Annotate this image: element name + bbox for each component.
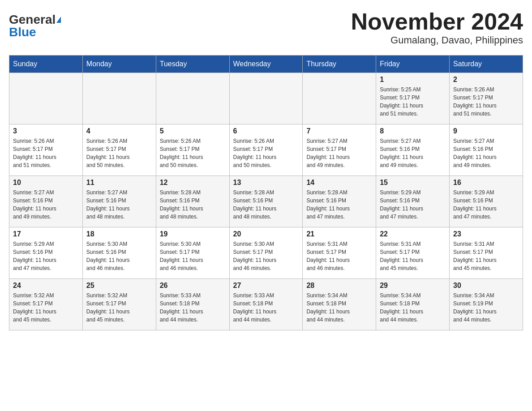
day-number: 1 xyxy=(380,76,446,84)
day-number: 28 xyxy=(306,282,372,290)
calendar-cell xyxy=(9,73,83,124)
day-number: 13 xyxy=(233,179,299,187)
calendar-cell: 5Sunrise: 5:26 AM Sunset: 5:17 PM Daylig… xyxy=(156,124,229,176)
day-number: 5 xyxy=(160,127,226,135)
logo-blue-text: Blue xyxy=(9,26,36,39)
header-monday: Monday xyxy=(82,56,156,73)
calendar-cell: 7Sunrise: 5:27 AM Sunset: 5:17 PM Daylig… xyxy=(303,124,376,176)
day-number: 21 xyxy=(306,230,372,238)
day-number: 26 xyxy=(160,282,226,290)
calendar-cell xyxy=(82,73,156,124)
day-info: Sunrise: 5:34 AM Sunset: 5:18 PM Dayligh… xyxy=(306,291,372,324)
header-thursday: Thursday xyxy=(303,56,376,73)
day-info: Sunrise: 5:31 AM Sunset: 5:17 PM Dayligh… xyxy=(380,240,446,272)
calendar-cell: 4Sunrise: 5:26 AM Sunset: 5:17 PM Daylig… xyxy=(82,124,156,176)
day-number: 17 xyxy=(13,230,79,238)
calendar-header-row: SundayMondayTuesdayWednesdayThursdayFrid… xyxy=(9,56,523,73)
day-number: 18 xyxy=(86,230,152,238)
day-info: Sunrise: 5:31 AM Sunset: 5:17 PM Dayligh… xyxy=(453,240,519,272)
header-wednesday: Wednesday xyxy=(229,56,303,73)
day-info: Sunrise: 5:28 AM Sunset: 5:16 PM Dayligh… xyxy=(160,188,226,221)
day-number: 4 xyxy=(86,127,152,135)
day-number: 2 xyxy=(453,76,519,84)
calendar-cell: 20Sunrise: 5:30 AM Sunset: 5:17 PM Dayli… xyxy=(229,227,303,279)
header-saturday: Saturday xyxy=(450,56,523,73)
calendar-cell: 17Sunrise: 5:29 AM Sunset: 5:16 PM Dayli… xyxy=(9,227,83,279)
week-row-3: 10Sunrise: 5:27 AM Sunset: 5:16 PM Dayli… xyxy=(9,176,523,227)
calendar-cell: 26Sunrise: 5:33 AM Sunset: 5:18 PM Dayli… xyxy=(156,279,229,330)
day-info: Sunrise: 5:27 AM Sunset: 5:16 PM Dayligh… xyxy=(13,188,79,221)
day-info: Sunrise: 5:29 AM Sunset: 5:16 PM Dayligh… xyxy=(13,240,79,272)
page-header: General Blue November 2024 Gumalang, Dav… xyxy=(9,9,523,46)
calendar-cell: 25Sunrise: 5:32 AM Sunset: 5:17 PM Dayli… xyxy=(82,279,156,330)
day-info: Sunrise: 5:26 AM Sunset: 5:17 PM Dayligh… xyxy=(86,137,152,169)
day-number: 12 xyxy=(160,179,226,187)
calendar-cell: 23Sunrise: 5:31 AM Sunset: 5:17 PM Dayli… xyxy=(450,227,523,279)
logo-triangle-icon xyxy=(56,17,61,23)
day-info: Sunrise: 5:30 AM Sunset: 5:16 PM Dayligh… xyxy=(86,240,152,272)
calendar-cell: 13Sunrise: 5:28 AM Sunset: 5:16 PM Dayli… xyxy=(229,176,303,227)
calendar-cell: 9Sunrise: 5:27 AM Sunset: 5:16 PM Daylig… xyxy=(450,124,523,176)
day-info: Sunrise: 5:26 AM Sunset: 5:17 PM Dayligh… xyxy=(233,137,299,169)
calendar-cell: 14Sunrise: 5:28 AM Sunset: 5:16 PM Dayli… xyxy=(303,176,376,227)
calendar-cell: 21Sunrise: 5:31 AM Sunset: 5:17 PM Dayli… xyxy=(303,227,376,279)
logo-general-text: General xyxy=(9,13,56,26)
day-number: 22 xyxy=(380,230,446,238)
calendar-cell: 10Sunrise: 5:27 AM Sunset: 5:16 PM Dayli… xyxy=(9,176,83,227)
header-sunday: Sunday xyxy=(9,56,83,73)
day-number: 25 xyxy=(86,282,152,290)
day-info: Sunrise: 5:32 AM Sunset: 5:17 PM Dayligh… xyxy=(13,291,79,324)
day-number: 9 xyxy=(453,127,519,135)
day-info: Sunrise: 5:27 AM Sunset: 5:16 PM Dayligh… xyxy=(380,137,446,169)
week-row-1: 1Sunrise: 5:25 AM Sunset: 5:17 PM Daylig… xyxy=(9,73,523,124)
calendar-cell: 30Sunrise: 5:34 AM Sunset: 5:19 PM Dayli… xyxy=(450,279,523,330)
day-info: Sunrise: 5:34 AM Sunset: 5:18 PM Dayligh… xyxy=(380,291,446,324)
day-number: 27 xyxy=(233,282,299,290)
day-number: 3 xyxy=(13,127,79,135)
day-number: 20 xyxy=(233,230,299,238)
day-number: 19 xyxy=(160,230,226,238)
header-tuesday: Tuesday xyxy=(156,56,229,73)
page-subtitle: Gumalang, Davao, Philippines xyxy=(351,34,523,46)
day-info: Sunrise: 5:28 AM Sunset: 5:16 PM Dayligh… xyxy=(233,188,299,221)
calendar-cell: 12Sunrise: 5:28 AM Sunset: 5:16 PM Dayli… xyxy=(156,176,229,227)
calendar-cell: 19Sunrise: 5:30 AM Sunset: 5:17 PM Dayli… xyxy=(156,227,229,279)
calendar-cell: 15Sunrise: 5:29 AM Sunset: 5:16 PM Dayli… xyxy=(376,176,450,227)
calendar-cell: 28Sunrise: 5:34 AM Sunset: 5:18 PM Dayli… xyxy=(303,279,376,330)
day-number: 15 xyxy=(380,179,446,187)
day-info: Sunrise: 5:30 AM Sunset: 5:17 PM Dayligh… xyxy=(233,240,299,272)
calendar-cell: 27Sunrise: 5:33 AM Sunset: 5:18 PM Dayli… xyxy=(229,279,303,330)
calendar-cell: 8Sunrise: 5:27 AM Sunset: 5:16 PM Daylig… xyxy=(376,124,450,176)
calendar-cell: 29Sunrise: 5:34 AM Sunset: 5:18 PM Dayli… xyxy=(376,279,450,330)
day-number: 23 xyxy=(453,230,519,238)
day-number: 16 xyxy=(453,179,519,187)
calendar-cell: 16Sunrise: 5:29 AM Sunset: 5:16 PM Dayli… xyxy=(450,176,523,227)
calendar-cell: 3Sunrise: 5:26 AM Sunset: 5:17 PM Daylig… xyxy=(9,124,83,176)
logo: General Blue xyxy=(9,9,61,39)
page-title: November 2024 xyxy=(351,9,523,34)
calendar-cell: 6Sunrise: 5:26 AM Sunset: 5:17 PM Daylig… xyxy=(229,124,303,176)
day-number: 14 xyxy=(306,179,372,187)
day-info: Sunrise: 5:32 AM Sunset: 5:17 PM Dayligh… xyxy=(86,291,152,324)
day-number: 10 xyxy=(13,179,79,187)
calendar-cell xyxy=(303,73,376,124)
week-row-4: 17Sunrise: 5:29 AM Sunset: 5:16 PM Dayli… xyxy=(9,227,523,279)
day-info: Sunrise: 5:33 AM Sunset: 5:18 PM Dayligh… xyxy=(233,291,299,324)
day-info: Sunrise: 5:27 AM Sunset: 5:17 PM Dayligh… xyxy=(306,137,372,169)
day-info: Sunrise: 5:28 AM Sunset: 5:16 PM Dayligh… xyxy=(306,188,372,221)
calendar-cell: 11Sunrise: 5:27 AM Sunset: 5:16 PM Dayli… xyxy=(82,176,156,227)
day-info: Sunrise: 5:29 AM Sunset: 5:16 PM Dayligh… xyxy=(380,188,446,221)
day-number: 7 xyxy=(306,127,372,135)
calendar-cell xyxy=(229,73,303,124)
calendar-cell: 18Sunrise: 5:30 AM Sunset: 5:16 PM Dayli… xyxy=(82,227,156,279)
day-info: Sunrise: 5:25 AM Sunset: 5:17 PM Dayligh… xyxy=(380,86,446,118)
day-info: Sunrise: 5:29 AM Sunset: 5:16 PM Dayligh… xyxy=(453,188,519,221)
day-info: Sunrise: 5:31 AM Sunset: 5:17 PM Dayligh… xyxy=(306,240,372,272)
day-number: 11 xyxy=(86,179,152,187)
day-info: Sunrise: 5:26 AM Sunset: 5:17 PM Dayligh… xyxy=(160,137,226,169)
day-number: 24 xyxy=(13,282,79,290)
day-info: Sunrise: 5:26 AM Sunset: 5:17 PM Dayligh… xyxy=(453,86,519,118)
day-info: Sunrise: 5:30 AM Sunset: 5:17 PM Dayligh… xyxy=(160,240,226,272)
day-number: 8 xyxy=(380,127,446,135)
day-number: 29 xyxy=(380,282,446,290)
